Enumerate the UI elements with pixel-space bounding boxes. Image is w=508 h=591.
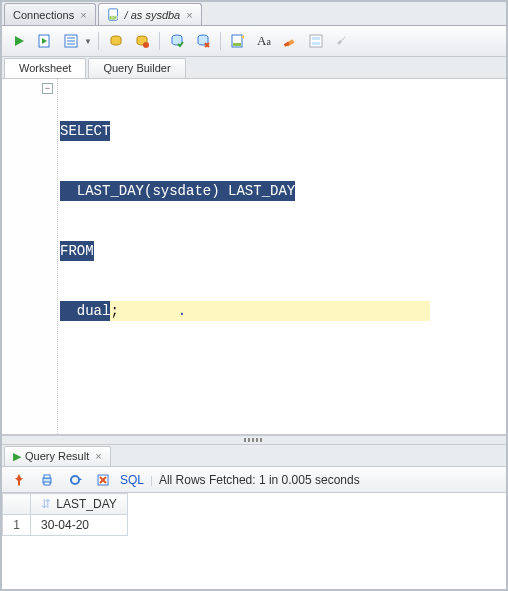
svg-rect-22 bbox=[312, 37, 320, 40]
svg-point-12 bbox=[143, 42, 149, 48]
svg-text:SQL: SQL bbox=[110, 15, 119, 20]
code-area[interactable]: SELECT LAST_DAY(sysdate) LAST_DAY FROM d… bbox=[58, 79, 506, 434]
explain-plan-button[interactable] bbox=[60, 30, 82, 52]
editor-gutter: − bbox=[2, 79, 58, 434]
code-line-3: FROM bbox=[60, 241, 94, 261]
result-tab-label: Query Result bbox=[25, 450, 89, 462]
play-icon: ▶ bbox=[13, 450, 21, 463]
delete-row-button[interactable] bbox=[92, 469, 114, 491]
code-line-2: LAST_DAY(sysdate) LAST_DAY bbox=[60, 181, 295, 201]
wrench-button[interactable] bbox=[331, 30, 353, 52]
sort-icon: ⇵ bbox=[41, 497, 51, 511]
svg-rect-18 bbox=[233, 43, 241, 46]
dropdown-icon[interactable]: ▼ bbox=[84, 37, 92, 46]
db-ok-button[interactable] bbox=[166, 30, 188, 52]
subtab-query-builder[interactable]: Query Builder bbox=[88, 58, 185, 78]
print-button[interactable] bbox=[36, 469, 58, 491]
report-button[interactable] bbox=[305, 30, 327, 52]
table-row[interactable]: 1 30-04-20 bbox=[3, 515, 128, 536]
sql-editor[interactable]: − SELECT LAST_DAY(sysdate) LAST_DAY FROM… bbox=[2, 79, 506, 435]
svg-rect-25 bbox=[44, 475, 50, 478]
sql-text-link[interactable]: SQL bbox=[120, 473, 144, 487]
close-icon[interactable]: × bbox=[95, 450, 101, 462]
sql-history-button[interactable] bbox=[227, 30, 249, 52]
tab-worksheet[interactable]: SQL / as sysdba × bbox=[98, 3, 202, 25]
cell-last-day: 30-04-20 bbox=[31, 515, 128, 536]
sql-file-icon: SQL bbox=[107, 8, 121, 22]
main-toolbar: ▼ Aa bbox=[2, 26, 506, 57]
fetch-status-text: All Rows Fetched: 1 in 0.005 seconds bbox=[159, 473, 360, 487]
subtab-worksheet[interactable]: Worksheet bbox=[4, 58, 86, 78]
horizontal-splitter[interactable] bbox=[2, 435, 506, 445]
worksheet-subtabs: Worksheet Query Builder bbox=[2, 57, 506, 79]
fold-toggle-icon[interactable]: − bbox=[42, 83, 53, 94]
result-grid[interactable]: ⇵ LAST_DAY 1 30-04-20 bbox=[2, 493, 506, 589]
tab-connections[interactable]: Connections × bbox=[4, 3, 96, 25]
result-tab-query[interactable]: ▶ Query Result × bbox=[4, 446, 111, 466]
rownum-header[interactable] bbox=[3, 494, 31, 515]
svg-marker-3 bbox=[15, 36, 24, 46]
top-tab-bar: Connections × SQL / as sysdba × bbox=[2, 2, 506, 26]
svg-rect-23 bbox=[312, 42, 320, 45]
subtab-worksheet-label: Worksheet bbox=[19, 62, 71, 74]
run-script-button[interactable] bbox=[34, 30, 56, 52]
column-header-text: LAST_DAY bbox=[56, 497, 116, 511]
commit-button[interactable] bbox=[105, 30, 127, 52]
close-icon[interactable]: × bbox=[186, 9, 192, 21]
refresh-button[interactable] bbox=[64, 469, 86, 491]
run-button[interactable] bbox=[8, 30, 30, 52]
results-panel: ▶ Query Result × SQL | All Rows Fetched:… bbox=[2, 445, 506, 589]
tab-connections-label: Connections bbox=[13, 9, 74, 21]
db-cancel-button[interactable] bbox=[192, 30, 214, 52]
rownum-cell: 1 bbox=[3, 515, 31, 536]
pin-button[interactable] bbox=[8, 469, 30, 491]
subtab-query-builder-label: Query Builder bbox=[103, 62, 170, 74]
column-header-last-day[interactable]: ⇵ LAST_DAY bbox=[31, 494, 128, 515]
close-icon[interactable]: × bbox=[80, 9, 86, 21]
result-toolbar: SQL | All Rows Fetched: 1 in 0.005 secon… bbox=[2, 467, 506, 493]
code-line-1: SELECT bbox=[60, 121, 110, 141]
case-button[interactable]: Aa bbox=[253, 30, 275, 52]
tab-worksheet-label: / as sysdba bbox=[125, 9, 181, 21]
clear-button[interactable] bbox=[279, 30, 301, 52]
svg-rect-26 bbox=[44, 482, 50, 485]
rollback-button[interactable] bbox=[131, 30, 153, 52]
result-tab-bar: ▶ Query Result × bbox=[2, 445, 506, 467]
sql-developer-panel: Connections × SQL / as sysdba × ▼ Aa bbox=[0, 0, 508, 591]
code-line-4b: ; . bbox=[110, 301, 430, 321]
svg-rect-21 bbox=[310, 35, 322, 47]
code-line-4a: dual bbox=[60, 301, 110, 321]
